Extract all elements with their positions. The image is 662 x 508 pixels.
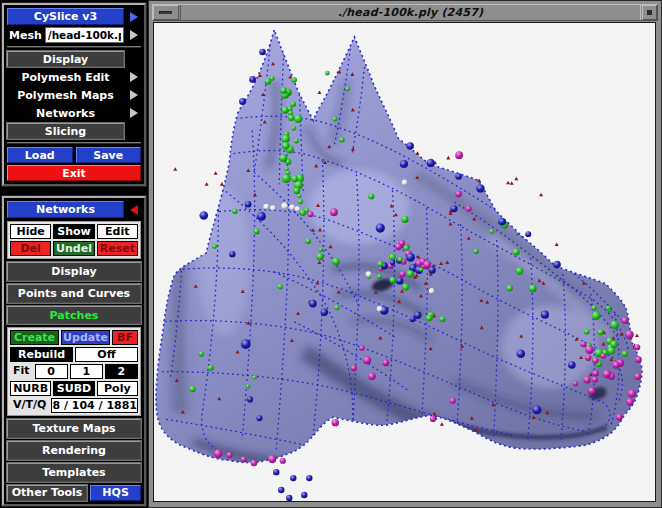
show-button[interactable]: Show bbox=[53, 224, 94, 239]
menu-item-networks[interactable]: Networks bbox=[7, 105, 141, 121]
networks-title-button[interactable]: Networks bbox=[7, 201, 124, 218]
save-button[interactable]: Save bbox=[76, 147, 142, 163]
display-button[interactable]: Display bbox=[7, 51, 124, 67]
exit-button[interactable]: Exit bbox=[7, 165, 141, 181]
app-title-row: CySlice v3 bbox=[7, 8, 141, 25]
fit-label: Fit bbox=[10, 364, 33, 379]
poly-button[interactable]: Poly bbox=[97, 381, 138, 396]
hide-button[interactable]: Hide bbox=[10, 224, 51, 239]
networks-title-row: Networks bbox=[7, 201, 141, 218]
texture-maps-button[interactable]: Texture Maps bbox=[7, 419, 141, 438]
menu-item-polymesh-edit[interactable]: Polymesh Edit bbox=[7, 69, 141, 85]
vtq-label: V/T/Q bbox=[10, 398, 49, 413]
networks-panel: Networks Hide Show Edit Del Undel Reset … bbox=[2, 196, 146, 506]
mesh-label: Mesh bbox=[7, 29, 42, 42]
submenu-arrow-icon bbox=[127, 108, 141, 118]
app-title-button[interactable]: CySlice v3 bbox=[7, 8, 124, 25]
window-titlebar[interactable]: ./head-100k.ply (2457) bbox=[152, 4, 658, 21]
del-button[interactable]: Del bbox=[10, 241, 51, 256]
points-and-curves-button[interactable]: Points and Curves bbox=[7, 284, 141, 303]
iconify-button[interactable] bbox=[153, 5, 179, 20]
hqs-button[interactable]: HQS bbox=[90, 485, 141, 501]
network-display-button[interactable]: Display bbox=[7, 262, 141, 281]
patches-group: Create Update BF Rebuild Off Fit 0 1 2 N… bbox=[7, 327, 141, 416]
mesh-row: Mesh bbox=[7, 27, 141, 43]
viewport-window: ./head-100k.ply (2457) bbox=[148, 0, 662, 508]
mesh-menu-arrow-icon[interactable] bbox=[127, 30, 141, 40]
edit-button[interactable]: Edit bbox=[97, 224, 138, 239]
subd-button[interactable]: SUBD bbox=[53, 381, 94, 396]
mesh-file-input[interactable] bbox=[45, 27, 124, 43]
rebuild-button[interactable]: Rebuild bbox=[10, 347, 73, 362]
other-tools-button[interactable]: Other Tools bbox=[7, 485, 87, 501]
load-button[interactable]: Load bbox=[7, 147, 73, 163]
undel-button[interactable]: Undel bbox=[53, 241, 94, 256]
fit-0-button[interactable]: 0 bbox=[35, 364, 68, 379]
templates-button[interactable]: Templates bbox=[7, 463, 141, 482]
rebuild-off-button[interactable]: Off bbox=[75, 347, 138, 362]
slicing-button[interactable]: Slicing bbox=[7, 123, 124, 139]
nurb-button[interactable]: NURB bbox=[10, 381, 51, 396]
update-button[interactable]: Update bbox=[61, 330, 110, 345]
menu-item-polymesh-maps[interactable]: Polymesh Maps bbox=[7, 87, 141, 103]
fit-2-button[interactable]: 2 bbox=[105, 364, 138, 379]
main-panel: CySlice v3 Mesh Display Polymesh Edit Po… bbox=[2, 3, 146, 186]
bf-button[interactable]: BF bbox=[112, 330, 138, 345]
collapse-arrow-icon[interactable] bbox=[127, 205, 141, 215]
create-button[interactable]: Create bbox=[10, 330, 59, 345]
vtq-value: 8 / 104 / 1881 bbox=[51, 398, 138, 413]
patches-button[interactable]: Patches bbox=[7, 306, 141, 325]
fit-1-button[interactable]: 1 bbox=[70, 364, 103, 379]
app-menu-arrow-icon[interactable] bbox=[127, 12, 141, 22]
window-title: ./head-100k.ply (2457) bbox=[180, 5, 641, 20]
resize-button[interactable] bbox=[642, 5, 657, 20]
visibility-group: Hide Show Edit Del Undel Reset bbox=[7, 221, 141, 259]
viewport-canvas[interactable] bbox=[153, 22, 656, 502]
submenu-arrow-icon bbox=[127, 72, 141, 82]
separator bbox=[7, 46, 141, 48]
submenu-arrow-icon bbox=[127, 90, 141, 100]
rendering-button[interactable]: Rendering bbox=[7, 441, 141, 460]
reset-button[interactable]: Reset bbox=[97, 241, 138, 256]
separator bbox=[7, 142, 141, 144]
